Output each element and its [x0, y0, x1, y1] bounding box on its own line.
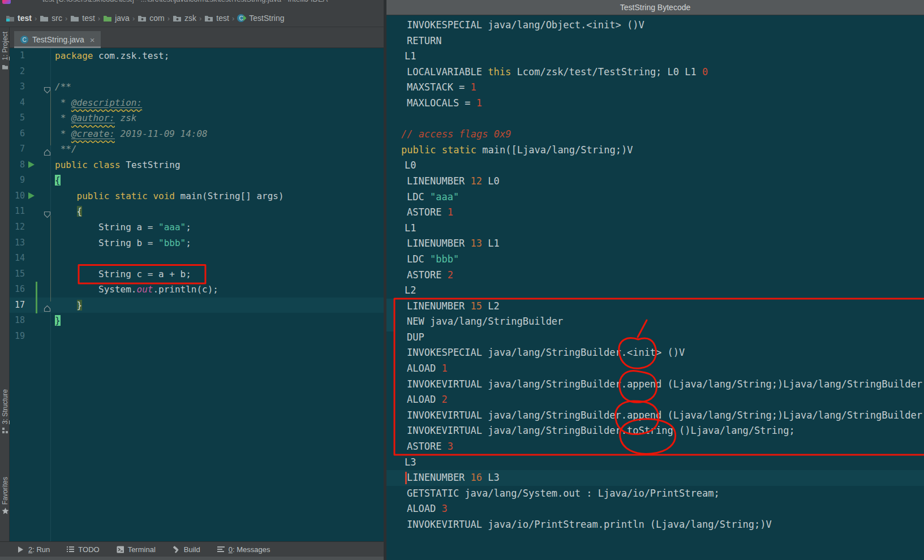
- code-line-4[interactable]: 4 * @description:: [10, 95, 386, 111]
- code-line-16[interactable]: 16 System.out.println(c);: [10, 282, 386, 298]
- code-line-6[interactable]: 6 * @create: 2019-11-09 14:08: [10, 126, 386, 142]
- toolwindow-button-todo[interactable]: TODO: [67, 545, 99, 554]
- fold-marker-icon[interactable]: [44, 208, 51, 215]
- bytecode-line[interactable]: L2: [386, 283, 924, 299]
- code-line-9[interactable]: 9{: [10, 173, 386, 188]
- run-gutter-icon[interactable]: [28, 161, 35, 168]
- breadcrumb-item-com[interactable]: com: [137, 14, 164, 23]
- chevron-right-icon: ›: [98, 14, 100, 23]
- fold-marker-icon[interactable]: [44, 145, 51, 153]
- code-line-17[interactable]: 17 }: [10, 298, 386, 313]
- bytecode-line[interactable]: DUP: [386, 330, 924, 346]
- toolwindow-button-messages[interactable]: 0: Messages: [217, 545, 270, 554]
- bytecode-line[interactable]: L1: [386, 49, 924, 64]
- stripe-button-favorites[interactable]: Favorites: [0, 477, 10, 514]
- toolwindow-button-terminal[interactable]: Terminal: [117, 545, 156, 554]
- tool-window-stripe: 1: Project3: StructureFavorites: [0, 27, 10, 541]
- fold-marker-icon[interactable]: [44, 83, 51, 91]
- tab-teststring-java[interactable]: C TestString.java ×: [14, 31, 101, 48]
- stripe-button-project[interactable]: 1: Project: [0, 32, 10, 70]
- breadcrumb-item-TestString[interactable]: CTestString: [237, 14, 284, 23]
- bytecode-line[interactable]: INVOKEVIRTUAL java/lang/StringBuilder.ap…: [386, 377, 924, 393]
- breadcrumb-item-test[interactable]: test: [70, 14, 95, 23]
- code-line-5[interactable]: 5 * @author: zsk: [10, 110, 386, 126]
- bytecode-line[interactable]: LINENUMBER 12 L0: [386, 174, 924, 189]
- toolwindow-button-build[interactable]: Build: [173, 545, 200, 554]
- bytecode-line[interactable]: LOCALVARIABLE this Lcom/zsk/test/TestStr…: [386, 64, 924, 80]
- code-text: String a = "aaa";: [55, 219, 191, 235]
- bytecode-line[interactable]: INVOKESPECIAL java/lang/Object.<init> ()…: [386, 18, 924, 33]
- code-line-7[interactable]: 7 **/: [10, 141, 386, 157]
- bytecode-line[interactable]: ASTORE 2: [386, 268, 924, 283]
- bytecode-line[interactable]: INVOKEVIRTUAL java/lang/StringBuilder.ap…: [386, 408, 924, 424]
- breadcrumb-item-test[interactable]: test: [204, 14, 229, 23]
- line-number: 10: [10, 188, 25, 204]
- bytecode-line[interactable]: public static main([Ljava/lang/String;)V: [386, 143, 924, 158]
- bytecode-line[interactable]: ALOAD 2: [386, 392, 924, 408]
- breadcrumb-label: test: [18, 14, 32, 23]
- status-bar-strip: [0, 557, 386, 560]
- breadcrumb-label: test: [216, 14, 229, 23]
- code-text: * @description:: [55, 95, 142, 111]
- bytecode-line[interactable]: MAXLOCALS = 1: [386, 96, 924, 111]
- chevron-right-icon: ›: [232, 14, 234, 23]
- run-gutter-icon[interactable]: [28, 192, 35, 199]
- bytecode-line[interactable]: ALOAD 1: [386, 361, 924, 377]
- code-text: **/: [55, 141, 77, 157]
- code-line-15[interactable]: 15 String c = a + b;: [10, 266, 386, 282]
- bytecode-content[interactable]: INVOKESPECIAL java/lang/Object.<init> ()…: [386, 15, 924, 560]
- bytecode-line[interactable]: LINENUMBER 15 L2: [386, 299, 924, 315]
- bytecode-line[interactable]: ASTORE 1: [386, 205, 924, 221]
- bytecode-line[interactable]: LINENUMBER 16 L3: [386, 470, 924, 486]
- code-line-13[interactable]: 13 String b = "bbb";: [10, 235, 386, 251]
- stripe-button-structure[interactable]: 3: Structure: [0, 389, 10, 434]
- line-number: 16: [10, 282, 25, 298]
- bytecode-line[interactable]: // access flags 0x9: [386, 127, 924, 143]
- bytecode-line[interactable]: INVOKEVIRTUAL java/lang/StringBuilder.to…: [386, 423, 924, 439]
- breadcrumb-item-zsk[interactable]: zsk: [173, 14, 196, 23]
- code-line-12[interactable]: 12 String a = "aaa";: [10, 219, 386, 235]
- code-line-3[interactable]: 3/**: [10, 79, 386, 95]
- bytecode-line[interactable]: NEW java/lang/StringBuilder: [386, 314, 924, 330]
- code-line-11[interactable]: 11 {: [10, 204, 386, 219]
- code-line-14[interactable]: 14: [10, 251, 386, 266]
- code-line-18[interactable]: 18}: [10, 313, 386, 329]
- code-line-1[interactable]: 1package com.zsk.test;: [10, 48, 386, 64]
- bytecode-line[interactable]: LDC "bbb": [386, 252, 924, 268]
- bytecode-line[interactable]: GETSTATIC java/lang/System.out : Ljava/i…: [386, 486, 924, 502]
- bytecode-line[interactable]: L1: [386, 221, 924, 236]
- bytecode-line[interactable]: INVOKESPECIAL java/lang/StringBuilder.<i…: [386, 345, 924, 361]
- bytecode-line[interactable]: MAXSTACK = 1: [386, 80, 924, 96]
- bytecode-line[interactable]: L3: [386, 455, 924, 471]
- bytecode-line[interactable]: L0: [386, 158, 924, 174]
- breadcrumb-item-java[interactable]: java: [103, 14, 130, 23]
- bytecode-line[interactable]: LINENUMBER 13 L1: [386, 236, 924, 252]
- bytecode-line[interactable]: [386, 111, 924, 127]
- tab-label: TestString.java: [32, 35, 84, 44]
- bytecode-line[interactable]: ASTORE 3: [386, 439, 924, 455]
- code-line-8[interactable]: 8public class TestString: [10, 157, 386, 173]
- toolwindow-button-run[interactable]: 2: Run: [17, 545, 50, 554]
- bytecode-line[interactable]: INVOKEVIRTUAL java/io/PrintStream.printl…: [386, 517, 924, 533]
- close-icon[interactable]: ×: [90, 35, 95, 45]
- code-line-2[interactable]: 2: [10, 64, 386, 80]
- breadcrumb-label: com: [149, 14, 164, 23]
- code-text: /**: [55, 79, 71, 95]
- fold-marker-icon[interactable]: [44, 301, 51, 309]
- code-text: System.out.println(c);: [55, 282, 218, 298]
- code-text: }: [55, 298, 82, 313]
- stripe-label: 1: Project: [1, 32, 9, 61]
- breadcrumb-item-src[interactable]: src: [40, 14, 62, 23]
- code-line-19[interactable]: 19: [10, 329, 386, 344]
- code-editor[interactable]: 1package com.zsk.test;23/**4 * @descript…: [10, 48, 386, 541]
- text-caret: [405, 472, 407, 484]
- breadcrumb-item-test[interactable]: test: [6, 14, 32, 23]
- code-text: String c = a + b;: [55, 266, 191, 282]
- code-line-10[interactable]: 10 public static void main(String[] args…: [10, 188, 386, 204]
- breadcrumb: test›src›test›java›com›zsk›test›CTestStr…: [0, 10, 386, 27]
- bytecode-line[interactable]: RETURN: [386, 33, 924, 49]
- code-text: package com.zsk.test;: [55, 48, 169, 64]
- bytecode-panel: TestString Bytecode INVOKESPECIAL java/l…: [386, 0, 924, 560]
- bytecode-line[interactable]: LDC "aaa": [386, 189, 924, 205]
- bytecode-line[interactable]: ALOAD 3: [386, 501, 924, 517]
